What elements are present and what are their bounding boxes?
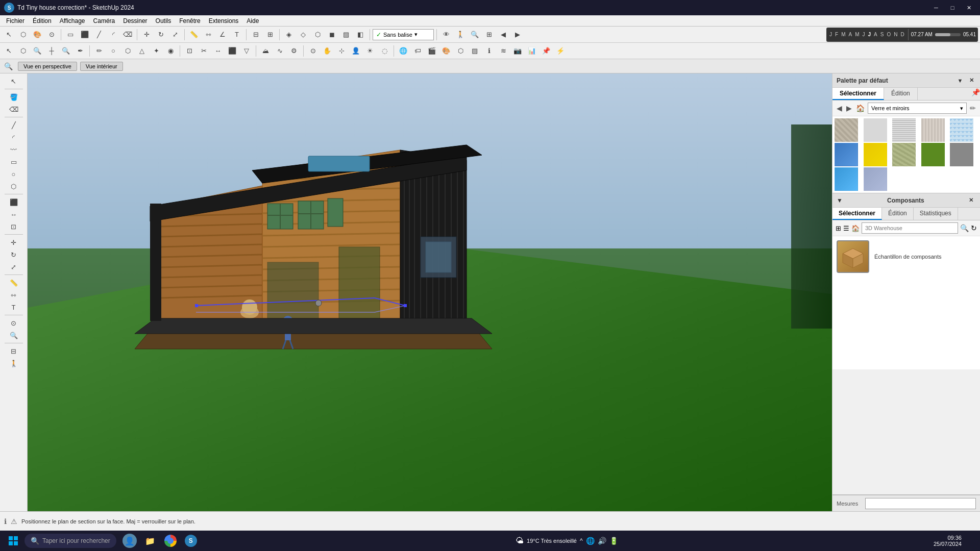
month-m2[interactable]: M (854, 32, 860, 37)
month-o[interactable]: O (886, 32, 892, 37)
tool-person[interactable]: 👤 (349, 44, 362, 58)
perspective-button[interactable]: Vue en perspective (18, 62, 77, 71)
left-tool-freehand[interactable]: 〰 (3, 144, 25, 155)
tool-textured[interactable]: ▨ (339, 28, 353, 41)
left-tool-section2[interactable]: ⊟ (3, 345, 25, 357)
comp-grid-icon[interactable]: ⊞ (836, 224, 841, 232)
month-m1[interactable]: M (840, 32, 846, 37)
tool-advanced[interactable]: ⚙ (287, 44, 301, 58)
tool-follow[interactable]: ↔ (211, 44, 225, 58)
material-dropdown[interactable]: Verre et miroirs ▾ (868, 103, 967, 114)
left-tool-orbit3[interactable]: ⊙ (3, 317, 25, 329)
tool-shaded[interactable]: ◼ (325, 28, 338, 41)
menu-fenetre[interactable]: Fenêtre (175, 16, 204, 26)
tool-previous[interactable]: ◀ (497, 28, 510, 41)
menu-affichage[interactable]: Affichage (56, 16, 89, 26)
tool-scenes[interactable]: 🎬 (425, 44, 438, 58)
tool-triangle[interactable]: △ (135, 44, 149, 58)
taskbar-speaker-icon[interactable]: 🔊 (598, 537, 606, 545)
mat-forward-btn[interactable]: ▶ (845, 103, 853, 113)
tool-monochrome[interactable]: ◧ (354, 28, 367, 41)
comp-tab-selectionner[interactable]: Sélectionner (832, 208, 882, 220)
tool-hidden[interactable]: ⬡ (311, 28, 324, 41)
left-tool-move[interactable]: ✛ (3, 237, 25, 248)
menu-edition[interactable]: Édition (29, 16, 56, 26)
swatch-7[interactable] (864, 143, 887, 166)
comp-search-input[interactable] (862, 222, 958, 234)
swatch-10[interactable] (950, 143, 973, 166)
tool-offset[interactable]: ⊡ (183, 44, 196, 58)
tool-soften[interactable]: ≋ (497, 44, 510, 58)
tool-section[interactable]: ⊟ (249, 28, 262, 41)
left-tool-circle[interactable]: ○ (3, 168, 25, 180)
swatch-12[interactable] (864, 167, 887, 191)
menu-camera[interactable]: Caméra (89, 16, 119, 26)
tool-match[interactable]: 📷 (511, 44, 524, 58)
tool-zoom[interactable]: 🔍 (468, 28, 481, 41)
tool-walk[interactable]: 🚶 (454, 28, 467, 41)
close-button[interactable]: ✕ (962, 3, 976, 13)
tool-dimension[interactable]: ⇿ (202, 28, 215, 41)
tool-zoom-extents[interactable]: ⊞ (482, 28, 496, 41)
menu-dessiner[interactable]: Dessiner (119, 16, 151, 26)
left-tool-walk2[interactable]: 🚶 (3, 358, 25, 369)
taskbar-network-icon[interactable]: 🌐 (586, 537, 595, 545)
tool-polygon[interactable]: ⬡ (121, 44, 134, 58)
tool-protractor[interactable]: ∠ (216, 28, 229, 41)
left-tool-pushpull[interactable]: ⬛ (3, 196, 25, 208)
tool-guide[interactable]: ┼ (45, 44, 58, 58)
month-n[interactable]: N (893, 32, 898, 37)
status-warning-icon[interactable]: ⚠ (11, 517, 17, 525)
taskbar-search[interactable]: 🔍 Taper ici pour rechercher (24, 534, 116, 548)
tool-text[interactable]: T (230, 28, 243, 41)
month-a2[interactable]: A (873, 32, 878, 37)
mat-back-btn[interactable]: ◀ (836, 103, 843, 113)
tool-rotate[interactable]: ↻ (154, 28, 167, 41)
left-tool-rectangle[interactable]: ▭ (3, 156, 25, 167)
tool-spiral[interactable]: ◉ (164, 44, 177, 58)
maximize-button[interactable]: □ (945, 3, 960, 13)
month-f[interactable]: F (834, 32, 839, 37)
taskbar-battery-icon[interactable]: 🔋 (609, 537, 618, 545)
tab-edition[interactable]: Édition (884, 88, 918, 100)
tool-rectangle[interactable]: ▭ (64, 28, 77, 41)
tool-curviloft[interactable]: ∿ (273, 44, 286, 58)
tool-report[interactable]: 📊 (525, 44, 538, 58)
tool-lookaround[interactable]: 👁 (439, 28, 453, 41)
search-icon[interactable]: 🔍 (2, 62, 15, 70)
left-tool-line[interactable]: ╱ (3, 119, 25, 131)
tool-geo[interactable]: 🌐 (397, 44, 410, 58)
tool-entity[interactable]: ℹ (482, 44, 496, 58)
tool-select2[interactable]: ↖ (2, 44, 15, 58)
swatch-3[interactable] (892, 118, 916, 142)
left-tool-paint[interactable]: 🪣 (3, 91, 25, 103)
month-j1[interactable]: J (828, 32, 833, 37)
left-tool-scale2[interactable]: ⤢ (3, 261, 25, 272)
tool-star[interactable]: ✦ (150, 44, 163, 58)
tool-eraser[interactable]: ⌫ (121, 28, 134, 41)
tag-dropdown[interactable]: ✓ Sans balise ▾ (373, 29, 434, 40)
taskbar-app-chrome[interactable] (161, 532, 180, 550)
menu-extensions[interactable]: Extensions (205, 16, 243, 26)
tool-scale[interactable]: ⤢ (168, 28, 182, 41)
tool-tape[interactable]: 📏 (187, 28, 201, 41)
comp-refresh-icon[interactable]: ↻ (971, 224, 977, 232)
start-button[interactable] (4, 533, 22, 548)
tool-move[interactable]: ✛ (140, 28, 153, 41)
taskbar-app-file[interactable]: 📁 (141, 532, 159, 550)
tool-fog[interactable]: ◌ (378, 44, 391, 58)
mat-home-btn[interactable]: 🏠 (855, 103, 866, 113)
menu-fichier[interactable]: Fichier (2, 16, 29, 26)
taskbar-clock[interactable]: 09:36 25/07/2024 (934, 535, 966, 547)
tool-pan[interactable]: ✋ (321, 44, 334, 58)
palette-close-btn[interactable]: ✕ (967, 76, 976, 85)
month-d[interactable]: D (899, 32, 905, 37)
tool-intersect[interactable]: ✂ (197, 44, 210, 58)
tool-components[interactable]: ⬡ (454, 44, 467, 58)
tool-wireframe[interactable]: ◇ (297, 28, 310, 41)
left-tool-follow[interactable]: ↔ (3, 209, 25, 220)
left-tool-zoom3[interactable]: 🔍 (3, 330, 25, 341)
left-tool-tape[interactable]: 📏 (3, 277, 25, 288)
swatch-6[interactable] (835, 143, 858, 166)
month-s[interactable]: S (879, 32, 885, 37)
